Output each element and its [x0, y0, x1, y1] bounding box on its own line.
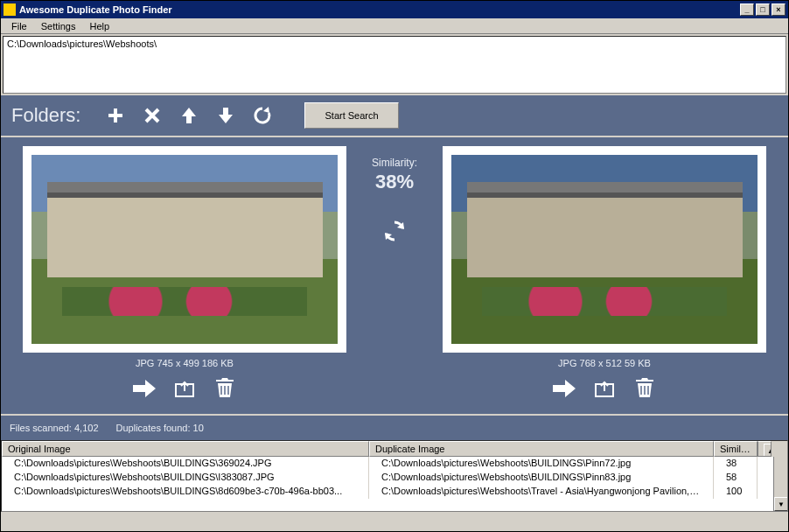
left-photo-info: JPG 745 x 499 186 KB: [136, 358, 234, 368]
menu-settings[interactable]: Settings: [34, 19, 83, 33]
swap-icon[interactable]: [381, 218, 408, 244]
menu-file[interactable]: File: [4, 19, 34, 33]
header-duplicate[interactable]: Duplicate Image: [369, 441, 714, 457]
left-photo-image: [31, 155, 338, 344]
vertical-scrollbar[interactable]: ▼: [773, 457, 787, 511]
cell-duplicate: C:\Downloads\pictures\Webshoots\Travel -…: [369, 485, 714, 499]
files-scanned-label: Files scanned:: [10, 423, 72, 433]
cell-duplicate: C:\Downloads\pictures\Webshoots\BUILDING…: [369, 471, 714, 485]
right-photo-info: JPG 768 x 512 59 KB: [558, 358, 651, 368]
cell-similarity: 58: [714, 471, 758, 485]
refresh-icon[interactable]: [252, 105, 273, 126]
close-button[interactable]: ×: [772, 4, 786, 16]
folder-path-list[interactable]: C:\Downloads\pictures\Webshoots\: [3, 36, 786, 94]
scroll-up-button[interactable]: ▲: [764, 444, 772, 457]
table-row[interactable]: C:\Downloads\pictures\Webshoots\BUILDING…: [2, 471, 787, 485]
move-up-icon[interactable]: [178, 105, 199, 126]
duplicates-found-label: Duplicates found:: [116, 423, 191, 433]
files-scanned-value: 4,102: [74, 423, 99, 433]
open-folder-icon[interactable]: [173, 377, 196, 400]
right-photo-frame[interactable]: [443, 146, 766, 353]
scroll-header: ▲: [758, 441, 772, 457]
cell-similarity: 38: [714, 457, 758, 471]
move-right-icon[interactable]: [553, 377, 576, 400]
cell-duplicate: C:\Downloads\pictures\Webshoots\BUILDING…: [369, 457, 714, 471]
similarity-value: 38%: [375, 171, 414, 193]
right-photo-panel: JPG 768 x 512 59 KB: [429, 146, 779, 405]
left-photo-panel: JPG 745 x 499 186 KB: [10, 146, 360, 405]
cell-original: C:\Downloads\pictures\Webshoots\BUILDING…: [2, 471, 369, 485]
results-table: Original Image Duplicate Image Similarit…: [1, 440, 788, 512]
delete-icon[interactable]: [633, 377, 656, 400]
header-original[interactable]: Original Image: [2, 441, 369, 457]
duplicates-found: Duplicates found: 10: [116, 423, 204, 433]
table-row[interactable]: C:\Downloads\pictures\Webshoots\BUILDING…: [2, 485, 787, 499]
similarity-label: Similarity:: [372, 157, 417, 169]
cell-original: C:\Downloads\pictures\Webshoots\BUILDING…: [2, 457, 369, 471]
move-right-icon[interactable]: [133, 377, 156, 400]
right-photo-actions: [553, 377, 656, 400]
start-search-button[interactable]: Start Search: [304, 102, 398, 129]
table-header: Original Image Duplicate Image Similarit…: [2, 441, 787, 457]
window-title: Awesome Duplicate Photo Finder: [19, 4, 740, 15]
folder-path-item[interactable]: C:\Downloads\pictures\Webshoots\: [7, 38, 782, 49]
files-scanned: Files scanned: 4,102: [10, 423, 99, 433]
menu-help[interactable]: Help: [82, 19, 116, 33]
remove-folder-icon[interactable]: [142, 105, 163, 126]
status-bar: Files scanned: 4,102 Duplicates found: 1…: [1, 414, 788, 440]
table-body: C:\Downloads\pictures\Webshoots\BUILDING…: [2, 457, 787, 511]
add-folder-icon[interactable]: [105, 105, 126, 126]
cell-similarity: 100: [714, 485, 758, 499]
duplicates-found-value: 10: [193, 423, 204, 433]
maximize-button[interactable]: □: [756, 4, 770, 16]
delete-icon[interactable]: [213, 377, 236, 400]
minimize-button[interactable]: _: [740, 4, 754, 16]
left-photo-frame[interactable]: [23, 146, 346, 353]
open-folder-icon[interactable]: [593, 377, 616, 400]
folders-toolbar: Folders: Start Search: [1, 95, 788, 136]
table-row[interactable]: C:\Downloads\pictures\Webshoots\BUILDING…: [2, 457, 787, 471]
title-bar: Awesome Duplicate Photo Finder _ □ ×: [1, 1, 788, 18]
window-controls: _ □ ×: [740, 4, 786, 16]
header-similarity[interactable]: Similarity: [714, 441, 758, 457]
menu-bar: File Settings Help: [1, 18, 788, 34]
comparison-area: JPG 745 x 499 186 KB Similarity: 38% JPG…: [1, 136, 788, 414]
app-icon: [3, 4, 16, 16]
move-down-icon[interactable]: [215, 105, 236, 126]
cell-original: C:\Downloads\pictures\Webshoots\BUILDING…: [2, 485, 369, 499]
right-photo-image: [451, 155, 758, 344]
folders-label: Folders:: [11, 104, 80, 127]
left-photo-actions: [133, 377, 236, 400]
similarity-panel: Similarity: 38%: [360, 146, 429, 405]
scroll-down-button[interactable]: ▼: [774, 497, 787, 511]
